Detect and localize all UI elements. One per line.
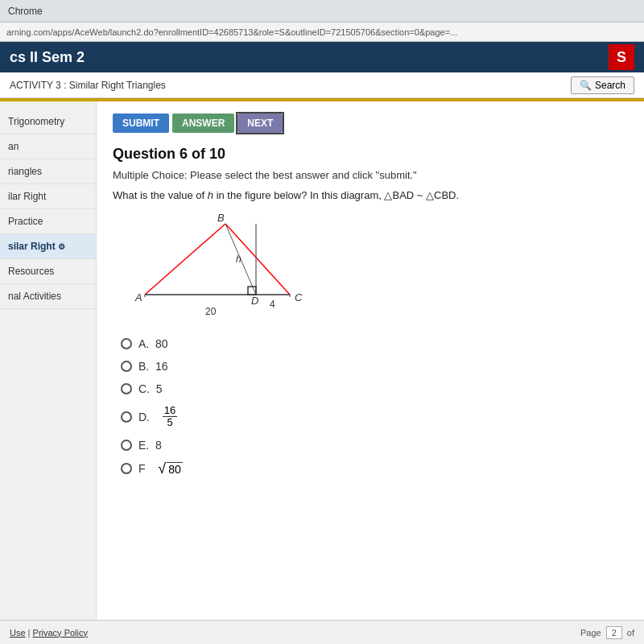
choice-F-label: F bbox=[138, 462, 151, 475]
choice-B[interactable]: B. 16 bbox=[121, 360, 628, 373]
choice-C[interactable]: C. 5 bbox=[121, 382, 628, 395]
url-text: arning.com/apps/AceWeb/launch2.do?enroll… bbox=[6, 27, 457, 37]
radio-C[interactable] bbox=[121, 383, 132, 394]
answer-choices: A. 80 B. 16 C. 5 D. 16 5 E. bbox=[121, 337, 628, 476]
sidebar-item-silar-right[interactable]: silar Right ⚙ bbox=[0, 234, 96, 259]
svg-text:4: 4 bbox=[270, 299, 275, 310]
breadcrumb: ACTIVITY 3 : Similar Right Triangles bbox=[10, 80, 166, 91]
sidebar-item-ilar-right[interactable]: ilar Right bbox=[0, 184, 96, 209]
logo-text: S bbox=[617, 49, 626, 66]
sidebar-settings-icon: ⚙ bbox=[58, 242, 65, 251]
next-button[interactable]: NEXT bbox=[237, 114, 283, 133]
url-bar: arning.com/apps/AceWeb/launch2.do?enroll… bbox=[0, 23, 644, 42]
bottom-bar: Use | Privacy Policy Page 2 of bbox=[0, 620, 644, 644]
app-header: cs II Sem 2 S bbox=[0, 42, 644, 72]
question-text: What is the value of h in the figure bel… bbox=[113, 189, 628, 201]
svg-text:D: D bbox=[251, 295, 258, 307]
page-current: 2 bbox=[606, 626, 622, 639]
page-navigation: Page 2 of bbox=[580, 626, 634, 639]
content-area: SUBMIT ANSWER NEXT Question 6 of 10 Mult… bbox=[97, 101, 644, 620]
app-title: cs II Sem 2 bbox=[10, 49, 85, 66]
search-icon: 🔍 bbox=[580, 80, 592, 91]
choice-F-sqrt: √ 80 bbox=[158, 461, 182, 476]
svg-text:C: C bbox=[295, 291, 303, 303]
search-button[interactable]: 🔍 Search bbox=[571, 76, 634, 94]
main-layout: Trigonometry an riangles ilar Right Prac… bbox=[0, 101, 644, 620]
radio-D[interactable] bbox=[121, 411, 132, 423]
svg-line-0 bbox=[145, 224, 225, 295]
choice-E-label: E. 8 bbox=[138, 439, 162, 452]
choice-E[interactable]: E. 8 bbox=[121, 439, 628, 452]
sidebar-item-riangles[interactable]: riangles bbox=[0, 159, 96, 184]
fraction-numerator: 16 bbox=[163, 405, 177, 417]
question-title: Question 6 of 10 bbox=[113, 146, 628, 163]
svg-text:h: h bbox=[236, 254, 242, 265]
choice-B-label: B. 16 bbox=[138, 360, 168, 373]
sidebar-item-an[interactable]: an bbox=[0, 134, 96, 159]
choice-C-label: C. 5 bbox=[138, 382, 163, 395]
sidebar-item-trigonometry[interactable]: Trigonometry bbox=[0, 109, 96, 134]
search-label: Search bbox=[595, 80, 625, 91]
svg-text:B: B bbox=[217, 214, 225, 224]
chrome-tab-bar: Chrome bbox=[0, 0, 644, 23]
radio-F[interactable] bbox=[121, 463, 132, 474]
sidebar-item-nal-activities[interactable]: nal Activities bbox=[0, 284, 96, 309]
choice-F[interactable]: F √ 80 bbox=[121, 461, 628, 476]
use-link[interactable]: Use bbox=[10, 628, 26, 638]
sidebar-item-resources[interactable]: Resources bbox=[0, 259, 96, 284]
divider: | bbox=[26, 628, 33, 638]
privacy-link[interactable]: Privacy Policy bbox=[33, 628, 88, 638]
choice-A-label: A. 80 bbox=[138, 337, 168, 350]
choice-D[interactable]: D. 16 5 bbox=[121, 405, 628, 429]
radio-A[interactable] bbox=[121, 338, 132, 349]
chrome-tab-label: Chrome bbox=[8, 6, 43, 17]
action-buttons: SUBMIT ANSWER NEXT bbox=[113, 114, 628, 133]
question-instruction: Multiple Choice: Please select the best … bbox=[113, 169, 628, 181]
triangle-diagram: B A C D h 4 20 bbox=[129, 214, 306, 319]
app-logo: S bbox=[609, 44, 634, 70]
fraction-denominator: 5 bbox=[165, 417, 174, 428]
page-of: of bbox=[627, 628, 634, 638]
svg-text:20: 20 bbox=[205, 306, 217, 317]
breadcrumb-bar: ACTIVITY 3 : Similar Right Triangles 🔍 S… bbox=[0, 72, 644, 98]
svg-rect-5 bbox=[248, 287, 256, 295]
sidebar: Trigonometry an riangles ilar Right Prac… bbox=[0, 101, 97, 620]
submit-button[interactable]: SUBMIT bbox=[113, 114, 169, 133]
choice-D-fraction: 16 5 bbox=[163, 405, 177, 429]
diagram-container: B A C D h 4 20 bbox=[129, 214, 628, 321]
choice-D-label: D. bbox=[138, 411, 156, 423]
answer-button[interactable]: ANSWER bbox=[172, 114, 234, 133]
svg-line-1 bbox=[225, 224, 290, 295]
radio-B[interactable] bbox=[121, 361, 132, 372]
svg-text:A: A bbox=[134, 291, 142, 303]
radio-E[interactable] bbox=[121, 440, 132, 451]
page-label: Page bbox=[580, 628, 601, 638]
choice-A[interactable]: A. 80 bbox=[121, 337, 628, 350]
sidebar-item-practice[interactable]: Practice bbox=[0, 209, 96, 234]
